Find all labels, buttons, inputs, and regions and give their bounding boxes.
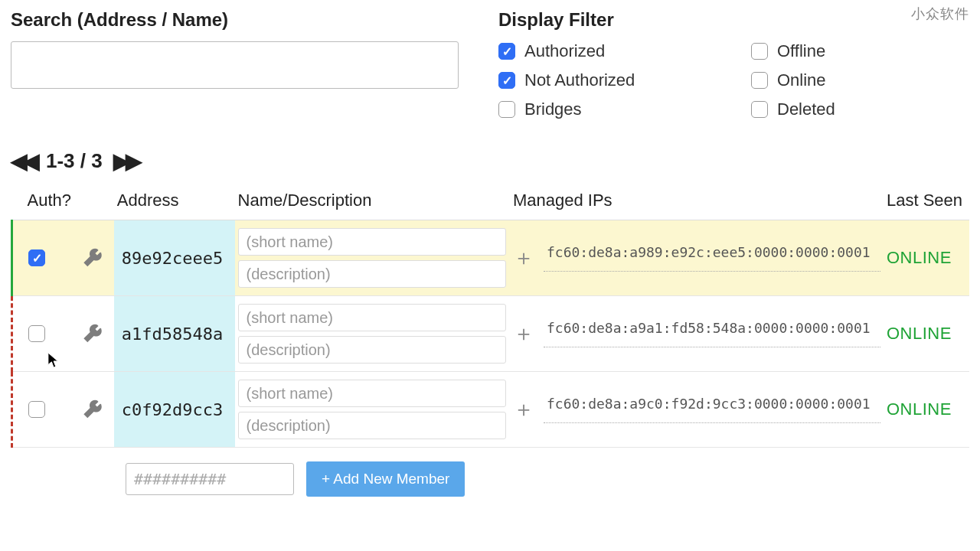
description-input[interactable] [238,260,506,288]
add-ip-icon[interactable]: ＋ [513,323,534,344]
managed-ip: fc60:de8a:a989:e92c:eee5:0000:0000:0001 [544,244,880,272]
description-input[interactable] [238,336,506,364]
filter-offline-checkbox[interactable] [751,43,768,60]
col-ips: Managed IPs [510,186,884,220]
filter-deleted-checkbox[interactable] [751,101,768,118]
short-name-input[interactable] [238,228,506,256]
filter-notauthorized-label: Not Authorized [524,70,635,90]
search-label: Search (Address / Name) [11,9,468,31]
filter-online-checkbox[interactable] [751,72,768,89]
description-input[interactable] [238,412,506,439]
managed-ip: fc60:de8a:a9c0:f92d:9cc3:0000:0000:0001 [544,396,880,423]
status-badge: ONLINE [887,324,952,343]
watermark-text: 小众软件 [911,5,969,23]
col-name: Name/Description [235,186,510,220]
filter-offline-label: Offline [777,41,825,61]
filter-bridges-label: Bridges [524,99,582,119]
short-name-input[interactable] [238,380,506,407]
table-row: c0f92d9cc3 ＋ fc60:de8a:a9c0:f92d:9cc3:00… [12,372,970,448]
auth-checkbox[interactable] [28,325,45,342]
add-member-input[interactable] [126,463,294,495]
filter-notauthorized-checkbox[interactable] [498,72,515,89]
page-range: 1-3 / 3 [46,149,103,173]
wrench-icon[interactable] [82,247,103,269]
table-row: a1fd58548a ＋ fc60:de8a:a9a1:fd58:548a:00… [12,296,970,372]
filter-deleted-label: Deleted [777,99,835,119]
filter-authorized-label: Authorized [524,41,605,61]
address-cell: 89e92ceee5 [114,220,235,296]
col-lastseen: Last Seen [884,186,969,220]
filter-online-label: Online [777,70,826,90]
page-next-icon[interactable]: ▶▶ [113,148,138,174]
add-member-button[interactable]: + Add New Member [306,461,465,497]
table-row: 89e92ceee5 ＋ fc60:de8a:a989:e92c:eee5:00… [12,220,970,296]
wrench-icon[interactable] [82,323,103,344]
search-input[interactable] [11,41,459,89]
filter-authorized-checkbox[interactable] [498,43,515,60]
add-ip-icon[interactable]: ＋ [513,399,534,420]
address-cell: a1fd58548a [114,296,235,372]
auth-checkbox[interactable] [28,249,45,266]
status-badge: ONLINE [887,248,952,267]
display-filter-label: Display Filter [498,9,969,31]
wrench-icon[interactable] [82,399,103,420]
col-auth: Auth? [12,186,79,220]
filter-bridges-checkbox[interactable] [498,101,515,118]
page-prev-icon[interactable]: ◀◀ [11,148,35,174]
address-cell: c0f92d9cc3 [114,372,235,448]
status-badge: ONLINE [887,399,952,419]
short-name-input[interactable] [238,304,506,331]
col-address: Address [114,186,235,220]
auth-checkbox[interactable] [28,401,45,418]
add-ip-icon[interactable]: ＋ [513,247,534,269]
managed-ip: fc60:de8a:a9a1:fd58:548a:0000:0000:0001 [544,320,880,347]
